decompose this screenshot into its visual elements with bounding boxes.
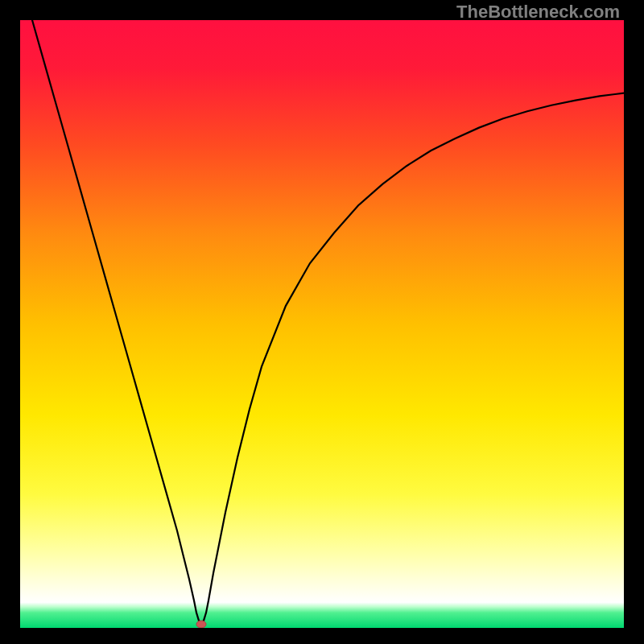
bottleneck-marker (196, 621, 206, 628)
chart-container: TheBottleneck.com (0, 0, 644, 644)
plot-area (20, 20, 624, 628)
watermark-label: TheBottleneck.com (456, 2, 620, 23)
gradient-background (20, 20, 624, 628)
chart-svg (20, 20, 624, 628)
